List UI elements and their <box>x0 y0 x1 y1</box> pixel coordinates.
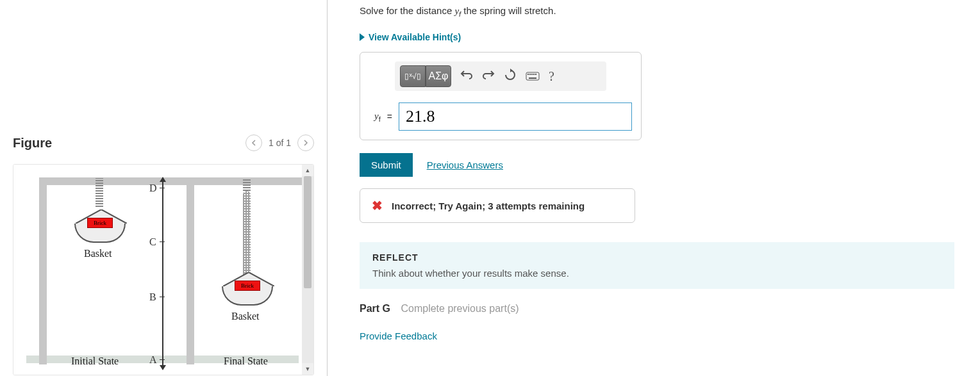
part-g-row: Part G Complete previous part(s) <box>360 303 954 315</box>
brick-label-initial: Brick <box>87 218 113 228</box>
reflect-box: REFLECT Think about whether your results… <box>360 242 954 289</box>
answer-box: ▯x√▯ ΑΣφ ? yf = <box>360 52 642 140</box>
submit-row: Submit Previous Answers <box>360 153 954 177</box>
right-panel: Solve for the distance yf the spring wil… <box>328 0 980 376</box>
instruction-var: yf <box>454 6 461 16</box>
previous-answers-link[interactable]: Previous Answers <box>427 159 503 170</box>
instruction-text: Solve for the distance yf the spring wil… <box>360 5 954 18</box>
templates-button[interactable]: ▯x√▯ <box>400 65 426 87</box>
figure-next-button[interactable] <box>297 135 314 151</box>
provide-feedback-link[interactable]: Provide Feedback <box>360 331 954 341</box>
feedback-box: ✖ Incorrect; Try Again; 3 attempts remai… <box>360 188 635 223</box>
brick-label-final: Brick <box>235 281 260 291</box>
svg-rect-1 <box>527 74 529 75</box>
hints-toggle[interactable]: View Available Hint(s) <box>360 32 461 42</box>
figure-nav: 1 of 1 <box>245 135 314 151</box>
scroll-up-icon[interactable]: ▲ <box>302 165 313 176</box>
equation-toolbar: ▯x√▯ ΑΣφ ? <box>395 61 606 91</box>
instruction-pre: Solve for the distance <box>360 5 454 16</box>
incorrect-icon: ✖ <box>372 198 383 213</box>
basket-text-initial: Basket <box>84 248 112 259</box>
svg-rect-5 <box>535 74 536 75</box>
greek-icon: ΑΣφ <box>429 70 449 82</box>
reflect-title: REFLECT <box>372 252 942 263</box>
instruction-post: the spring will stretch. <box>461 5 556 16</box>
reset-button[interactable] <box>504 69 517 85</box>
help-button[interactable]: ? <box>549 69 554 84</box>
axis-label-c: C <box>149 236 156 248</box>
feedback-text: Incorrect; Try Again; 3 attempts remaini… <box>392 200 585 211</box>
axis-label-b: B <box>149 291 156 303</box>
figure-header: Figure 1 of 1 <box>13 135 314 151</box>
templates-icon: ▯x√▯ <box>404 72 420 81</box>
svg-rect-3 <box>531 74 533 75</box>
equals-sign: = <box>387 111 392 122</box>
redo-button[interactable] <box>482 69 495 85</box>
input-label: yf <box>374 111 381 123</box>
part-g-label: Part G <box>360 303 390 314</box>
input-row: yf = <box>369 102 632 131</box>
figure-title: Figure <box>13 136 52 151</box>
left-panel: Figure 1 of 1 Brick Brick <box>0 0 327 376</box>
svg-rect-2 <box>529 74 531 75</box>
figure-nav-count: 1 of 1 <box>269 138 291 148</box>
greek-button[interactable]: ΑΣφ <box>426 65 451 87</box>
axis-arrow <box>162 181 163 366</box>
svg-rect-4 <box>533 74 535 75</box>
initial-state-label: Initial State <box>71 356 119 367</box>
undo-button[interactable] <box>460 69 473 85</box>
submit-button[interactable]: Submit <box>360 153 413 177</box>
reflect-text: Think about whether your results make se… <box>372 268 942 279</box>
figure-prev-button[interactable] <box>245 135 262 151</box>
scroll-down-icon[interactable]: ▼ <box>302 363 313 375</box>
keyboard-button[interactable] <box>526 69 540 84</box>
figure-box: Brick Brick Basket Basket Initial State … <box>13 164 314 375</box>
part-g-text: Complete previous part(s) <box>401 303 519 314</box>
answer-input[interactable] <box>399 102 632 131</box>
svg-rect-0 <box>526 72 539 80</box>
final-state-label: Final State <box>224 356 268 367</box>
axis-label-a: A <box>149 354 157 366</box>
figure-scrollbar[interactable]: ▲ ▼ <box>302 165 313 375</box>
basket-text-final: Basket <box>231 311 260 322</box>
triangle-right-icon <box>360 33 365 41</box>
svg-rect-6 <box>529 78 536 79</box>
figure-diagram: Brick Brick Basket Basket Initial State … <box>13 165 302 375</box>
axis-label-d: D <box>149 183 157 194</box>
hints-toggle-label: View Available Hint(s) <box>369 32 461 42</box>
